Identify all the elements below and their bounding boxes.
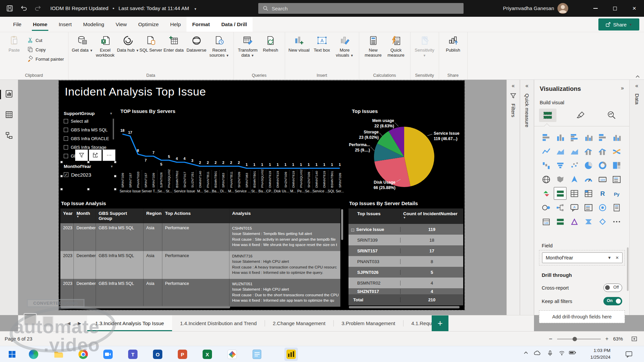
- selection-handle[interactable]: [114, 175, 116, 177]
- notifications-icon[interactable]: [625, 351, 633, 359]
- menu-item-insert[interactable]: Insert: [53, 17, 77, 32]
- save-icon[interactable]: [5, 3, 15, 13]
- visual-type-clustered-bar-chart[interactable]: [568, 131, 581, 143]
- network-icon[interactable]: [559, 350, 565, 357]
- slicer-item-gbs-infra-ms-sql[interactable]: GBS Infra MS SQL: [62, 125, 115, 134]
- tab-build-visual[interactable]: [539, 109, 556, 122]
- vertical-scrollbar[interactable]: [341, 209, 343, 240]
- menu-item-help[interactable]: Help: [164, 17, 186, 32]
- matrix-row-srint157[interactable]: SRINT157 17: [348, 245, 463, 256]
- visual-type-waterfall-chart[interactable]: [540, 159, 552, 172]
- page-tab-4-1-requ[interactable]: 4.1.Requ: [403, 315, 432, 331]
- top-issues-by-server-details-matrix[interactable]: Top Issues By Server Details Top Issues …: [348, 200, 465, 309]
- taskbar-excel-icon[interactable]: X: [201, 348, 214, 361]
- collapse-pane-icon[interactable]: »: [621, 85, 624, 91]
- selection-handle[interactable]: [60, 161, 63, 163]
- close-button[interactable]: ×: [625, 0, 644, 17]
- visual-type-goals[interactable]: [596, 201, 609, 214]
- selection-handle[interactable]: [114, 188, 116, 190]
- visual-type-azure-map[interactable]: [568, 173, 581, 186]
- visual-type-r-script[interactable]: R: [596, 187, 609, 200]
- top-issues-pie-chart[interactable]: Top Issues Service Issue119 (46.67...)Di…: [348, 107, 465, 195]
- ribbon-button-new-measure[interactable]: New measure: [362, 34, 385, 58]
- ribbon-button-publish[interactable]: Publish: [442, 34, 465, 53]
- prev-page-icon[interactable]: ◀: [67, 321, 70, 326]
- column-header-count-of-incidentnumber[interactable]: Count of IncidentNumber▼: [400, 208, 463, 219]
- ribbon-button-get-data[interactable]: Get data ▼: [71, 34, 94, 53]
- visual-type-matrix[interactable]: [582, 187, 595, 200]
- checkbox[interactable]: [64, 136, 68, 141]
- ribbon-button-refresh[interactable]: Refresh: [259, 34, 282, 53]
- share-button[interactable]: Share ▼: [598, 18, 639, 31]
- taskbar-powerpoint-icon[interactable]: P: [176, 348, 189, 361]
- matrix-row-bsmntr02[interactable]: BSMNTR02 4: [348, 278, 463, 288]
- title-dropdown-icon[interactable]: ▼: [194, 7, 197, 11]
- microphone-icon[interactable]: [547, 350, 553, 358]
- checkbox[interactable]: [64, 128, 68, 132]
- selection-handle[interactable]: [114, 161, 116, 163]
- visual-type-area-chart[interactable]: [554, 145, 567, 158]
- ribbon-button-enter-data[interactable]: Enter data: [162, 34, 185, 53]
- visual-type-treemap[interactable]: [610, 159, 623, 172]
- filters-pane-label[interactable]: Filters: [511, 104, 516, 117]
- visual-type-stacked-area-chart[interactable]: [568, 145, 581, 158]
- visual-type-scatter-chart[interactable]: [568, 159, 581, 172]
- taskbar-photos-icon[interactable]: [225, 348, 239, 361]
- page-tab-2-change-management[interactable]: 2.Change Management: [265, 315, 333, 331]
- matrix-row-sjpnt026[interactable]: SJPNT026 5: [348, 267, 463, 278]
- visual-type-python-visual[interactable]: Py: [610, 187, 623, 200]
- avatar[interactable]: [557, 3, 568, 14]
- horizontal-scrollbar[interactable]: [349, 306, 460, 308]
- taskbar-notepad-icon[interactable]: [250, 348, 264, 361]
- ribbon-button-text-box[interactable]: A Text box: [311, 34, 333, 53]
- slicer-item-gbs-infra-oracle[interactable]: GBS Infra ORACLE: [62, 134, 115, 143]
- visual-type-decomposition-tree[interactable]: [554, 201, 567, 214]
- document-title[interactable]: IODM BI Report Updated • Last saved: Tod…: [50, 0, 197, 17]
- ribbon-button-sensitivity[interactable]: Sensitivity ▼: [413, 34, 436, 58]
- visual-type-kpi[interactable]: [540, 187, 552, 200]
- chevron-down-icon[interactable]: ▼: [607, 255, 611, 260]
- fit-to-page-icon[interactable]: [631, 336, 637, 342]
- selection-handle[interactable]: [87, 161, 90, 163]
- checkbox[interactable]: [64, 119, 68, 123]
- visual-type-calendar-visual[interactable]: 123: [540, 215, 552, 228]
- visual-type-funnel-chart[interactable]: [554, 159, 567, 172]
- visual-type-donut-chart[interactable]: [596, 159, 609, 172]
- ribbon-button-more-visuals[interactable]: More visuals ▼: [333, 34, 356, 58]
- column-header-year[interactable]: Year: [60, 208, 74, 223]
- slicer-item-dec2023[interactable]: ✓Dec2023: [62, 170, 115, 180]
- search-input[interactable]: Search: [258, 3, 464, 14]
- checkbox-checked[interactable]: ✓: [64, 172, 68, 177]
- visual-type-map[interactable]: [540, 173, 552, 186]
- ribbon-button-paste[interactable]: Paste: [3, 34, 25, 53]
- menu-item-modeling[interactable]: Modeling: [77, 17, 110, 32]
- matrix-row-shznt017[interactable]: SHZNT017 4: [348, 288, 463, 294]
- table-row[interactable]: 2023DecemberGBS Infra MS SQLAsiaPerforma…: [60, 223, 340, 251]
- rail-report-view[interactable]: [0, 87, 18, 102]
- ribbon-button-copy[interactable]: Copy: [25, 45, 65, 54]
- matrix-row-service-issue[interactable]: −Service Issue 119: [348, 224, 463, 235]
- column-header-analysis[interactable]: Analysis: [229, 208, 340, 223]
- visual-type-stacked-bar-chart[interactable]: [540, 131, 552, 143]
- column-header-gbs-support-group[interactable]: GBS Support Group: [96, 208, 144, 223]
- selection-handle[interactable]: [60, 175, 63, 177]
- filter-icon[interactable]: [75, 149, 88, 161]
- column-header-top-issues[interactable]: Top Issues: [348, 208, 400, 216]
- menu-item-optimize[interactable]: Optimize: [132, 17, 164, 32]
- ribbon-button-sql-server[interactable]: SQL Server: [140, 34, 162, 53]
- visual-type-filled-map[interactable]: [554, 173, 567, 186]
- next-page-icon[interactable]: ▶: [78, 321, 81, 326]
- monthofyear-slicer[interactable]: MonthofYear ▼ ✓Dec2023: [62, 162, 115, 190]
- visual-type-button-slicer[interactable]: [554, 215, 567, 228]
- data-pane-label[interactable]: Data: [634, 94, 640, 105]
- expand-filters-icon[interactable]: «: [507, 80, 520, 89]
- collapse-ribbon-icon[interactable]: [635, 74, 640, 80]
- visual-type-power-apps[interactable]: [568, 215, 581, 228]
- taskbar-chrome-icon[interactable]: [76, 348, 90, 361]
- table-row[interactable]: 2023DecemberGBS Infra MS SQLAsiaPerforma…: [60, 279, 340, 307]
- keep-all-filters-toggle[interactable]: On: [603, 297, 622, 305]
- visual-type-paginated-report[interactable]: [610, 201, 623, 214]
- matrix-row-pnant033[interactable]: PNANT033 8: [348, 256, 463, 267]
- column-header-region[interactable]: Region: [144, 208, 162, 223]
- field-pill-monthofyear[interactable]: MonthofYear ▼ ✕: [542, 252, 623, 263]
